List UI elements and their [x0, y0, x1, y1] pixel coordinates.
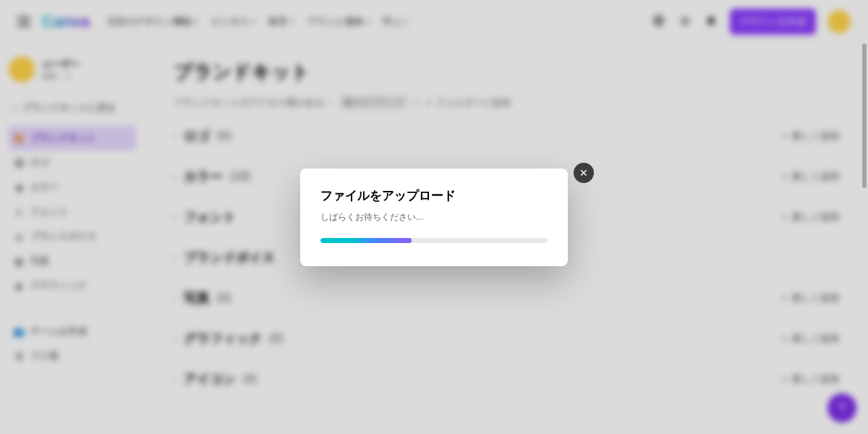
progress-bar: [320, 238, 548, 243]
modal-title: ファイルをアップロード: [320, 187, 548, 204]
modal-subtitle: しばらくお待ちください...: [320, 211, 548, 224]
progress-fill: [320, 238, 412, 243]
close-icon[interactable]: ✕: [574, 163, 594, 183]
upload-modal: ✕ ファイルをアップロード しばらくお待ちください...: [300, 169, 568, 266]
